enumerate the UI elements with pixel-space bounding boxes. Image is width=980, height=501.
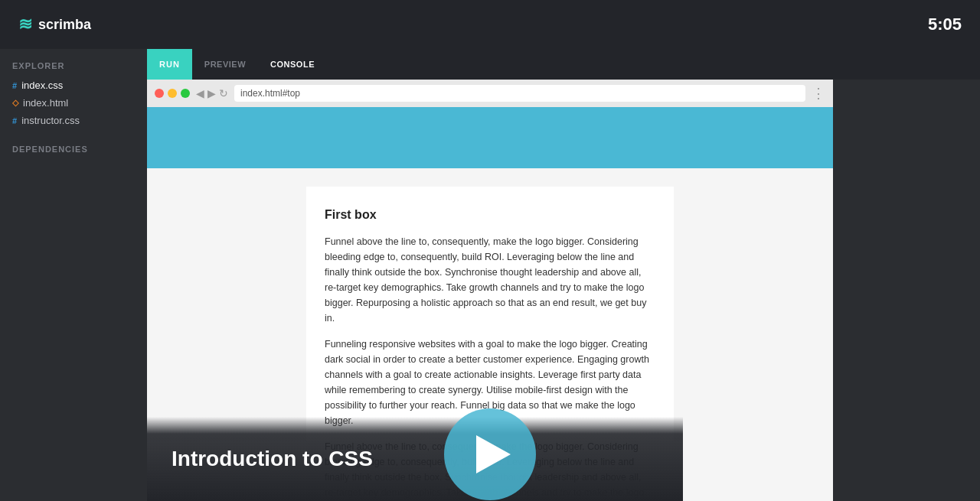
logo-text: scrimba: [38, 17, 91, 33]
css-file-icon: #: [12, 81, 17, 90]
run-button[interactable]: RUN: [147, 49, 192, 80]
editor-tab-bar: RUN PREVIEW CONSOLE: [147, 49, 980, 80]
file-name-index-html: index.html: [23, 97, 68, 109]
dependencies-label: DEPENDENCIES: [0, 145, 147, 154]
dot-red[interactable]: [155, 89, 164, 98]
dot-yellow[interactable]: [168, 89, 177, 98]
file-name-index-css: index.css: [21, 80, 63, 91]
instructor-card: Eric Vida: [833, 80, 980, 501]
explorer-label: EXPLORER: [0, 61, 147, 76]
nav-reload[interactable]: ↻: [219, 87, 228, 99]
sidebar-file-index-html[interactable]: ◇ index.html: [0, 94, 147, 112]
browser-mockup: ◀ ▶ ↻ index.html#top ⋮ First box: [147, 80, 833, 501]
tab-console[interactable]: CONSOLE: [258, 49, 327, 80]
logo: ≋ scrimba: [18, 15, 91, 34]
instructor-css-icon: #: [12, 116, 17, 125]
browser-url[interactable]: index.html#top: [234, 85, 805, 102]
browser-dots: [155, 89, 190, 98]
play-triangle-icon: [476, 435, 511, 473]
dot-green[interactable]: [181, 89, 190, 98]
timer: 5:05: [928, 15, 962, 34]
browser-area: RUN PREVIEW CONSOLE ◀ ▶ ↻: [147, 49, 980, 501]
nav-back[interactable]: ◀: [196, 87, 204, 99]
full-layout: ◀ ▶ ↻ index.html#top ⋮ First box: [147, 80, 980, 501]
sidebar-file-index-css[interactable]: # index.css: [0, 76, 147, 94]
file-name-instructor-css: instructor.css: [21, 115, 80, 126]
top-bar: ≋ scrimba 5:05: [0, 0, 980, 49]
sidebar: EXPLORER # index.css ◇ index.html # inst…: [0, 49, 147, 501]
play-button[interactable]: [444, 408, 536, 500]
logo-icon: ≋: [18, 15, 32, 34]
browser-toolbar: ◀ ▶ ↻ index.html#top ⋮: [147, 80, 833, 107]
main-layout: EXPLORER # index.css ◇ index.html # inst…: [0, 49, 980, 501]
sidebar-file-instructor-css[interactable]: # instructor.css: [0, 112, 147, 129]
nav-forward[interactable]: ▶: [207, 87, 216, 99]
browser-menu[interactable]: ⋮: [812, 85, 825, 102]
tab-preview[interactable]: PREVIEW: [192, 49, 258, 80]
html-file-icon: ◇: [12, 98, 18, 108]
box-title: First box: [325, 205, 655, 225]
right-panel: Eric Vida: [833, 80, 980, 501]
browser-nav: ◀ ▶ ↻: [196, 87, 228, 99]
hero-blue-section: [147, 107, 833, 168]
paragraph-1: Funnel above the line to, consequently, …: [325, 234, 655, 326]
